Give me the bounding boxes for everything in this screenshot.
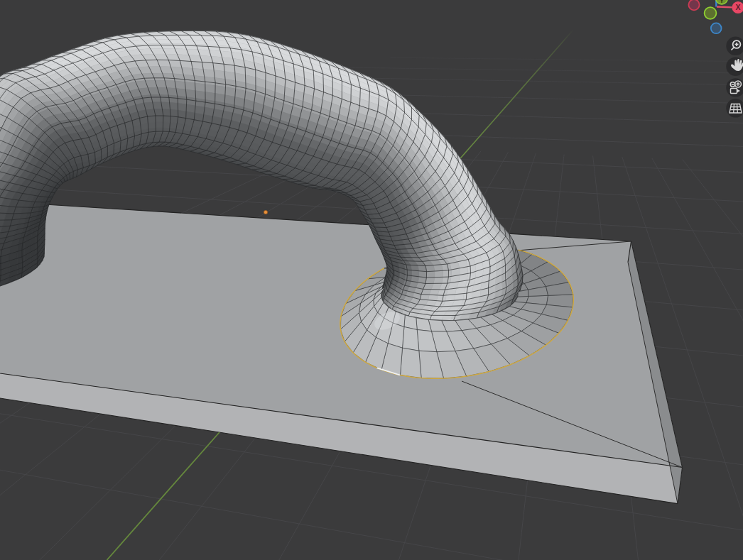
svg-text:X: X	[735, 3, 740, 11]
svg-text:Y: Y	[720, 0, 724, 4]
